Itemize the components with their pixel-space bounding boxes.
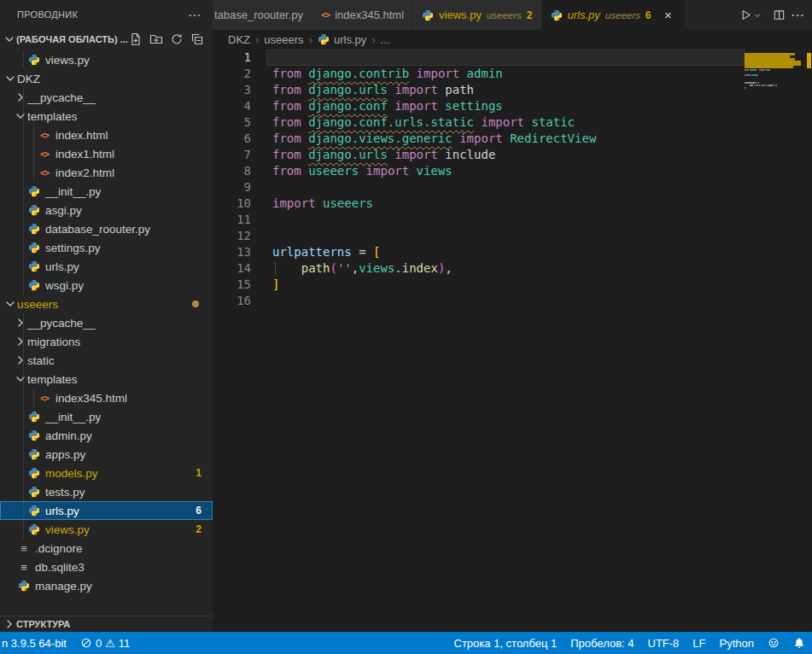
code-line-12[interactable]: 12 — [213, 228, 745, 244]
twistie-collapsed[interactable] — [14, 335, 27, 348]
problems-indicator[interactable]: 0⚠11 — [73, 632, 137, 654]
tree-item-label: index1.html — [55, 148, 114, 161]
tree-file-urls.py[interactable]: urls.py6 — [0, 501, 213, 520]
tree-file-manage.py[interactable]: manage.py — [0, 576, 213, 595]
code-line-15[interactable]: 15] — [213, 277, 745, 293]
indent-guide — [23, 445, 24, 464]
twistie-expanded[interactable] — [3, 297, 17, 311]
collapse-all-button[interactable] — [190, 32, 204, 46]
tree-file-index2.html[interactable]: <>index2.html — [0, 163, 213, 182]
twistie-expanded[interactable] — [3, 72, 17, 85]
code-line-10[interactable]: 10import useeers — [213, 196, 745, 212]
code-line-1[interactable]: 1 — [213, 50, 745, 66]
tree-item-label: views.py — [45, 54, 90, 67]
code-line-11[interactable]: 11 — [213, 212, 745, 228]
tree-file-__init__.py[interactable]: __init__.py — [0, 182, 213, 201]
code-line-8[interactable]: 8from useeers import views — [213, 163, 745, 179]
tree-file-settings.py[interactable]: settings.py — [0, 238, 213, 257]
workspace-section-header[interactable]: (РАБОЧАЯ ОБЛАСТЬ) ... — [0, 29, 213, 49]
outline-section-header[interactable]: СТРУКТУРА — [0, 616, 213, 632]
new-folder-button[interactable] — [149, 32, 163, 46]
code-line-9[interactable]: 9 — [213, 179, 745, 196]
code-line-4[interactable]: 4from django.conf import settings — [213, 98, 745, 114]
code-token: import — [459, 131, 503, 145]
notifications-bell-icon[interactable] — [786, 632, 812, 654]
tree-folder-templates[interactable]: templates — [0, 370, 213, 388]
split-editor-button[interactable] — [770, 4, 788, 26]
tab-views.py[interactable]: views.pyuseeers2 — [413, 0, 541, 30]
code-token: views — [409, 164, 453, 178]
tree-folder-DKZ[interactable]: DKZ — [0, 69, 213, 88]
code-token: import — [366, 164, 410, 178]
breadcrumb-item-urls.py[interactable]: urls.py — [318, 33, 366, 46]
tree-folder-__pycache__[interactable]: __pycache__ — [0, 313, 213, 332]
refresh-button[interactable] — [170, 32, 184, 46]
tree-folder-templates[interactable]: templates — [0, 107, 213, 126]
tree-file-urls.py[interactable]: urls.py — [0, 257, 213, 276]
twistie-collapsed[interactable] — [14, 91, 27, 104]
code-content[interactable]: 12from django.contrib import admin3from … — [213, 49, 745, 632]
code-line-14[interactable]: 14 path('',views.index), — [213, 260, 745, 277]
tab-index345.html[interactable]: <>index345.html — [313, 0, 413, 30]
tree-file-index.html[interactable]: <>index.html — [0, 126, 213, 144]
chevron-down-icon — [3, 72, 17, 85]
language-mode[interactable]: Python — [713, 632, 761, 654]
tree-item-label: apps.py — [45, 448, 85, 461]
breadcrumb-item-DKZ[interactable]: DKZ — [228, 33, 250, 46]
code-line-6[interactable]: 6from django.views.generic import Redire… — [213, 131, 745, 147]
run-python-file-button[interactable] — [737, 4, 752, 26]
code-line-16[interactable]: 16 — [213, 293, 745, 309]
feedback-icon[interactable] — [761, 632, 786, 654]
indentation[interactable]: Пробелов: 4 — [564, 632, 640, 654]
tree-file-tests.py[interactable]: tests.py — [0, 482, 213, 501]
twistie-collapsed[interactable] — [14, 353, 27, 367]
tree-file-views.py[interactable]: views.py — [0, 50, 213, 69]
tree-file-admin.py[interactable]: admin.py — [0, 426, 213, 445]
tree-folder-useeers[interactable]: useeers — [0, 295, 213, 313]
tab-close-icon[interactable]: × — [659, 7, 676, 24]
tree-file-apps.py[interactable]: apps.py — [0, 445, 213, 464]
editor-more-actions-button[interactable]: ⋯ — [788, 4, 807, 26]
tree-file-db.sqlite3[interactable]: ≡db.sqlite3 — [0, 558, 213, 576]
tree-file-__init__.py[interactable]: __init__.py — [0, 407, 213, 426]
tree-file-database_roouter.py[interactable]: database_roouter.py — [0, 219, 213, 238]
code-token: from — [272, 115, 308, 129]
twistie-collapsed[interactable] — [14, 316, 27, 330]
tree-folder-__pycache__[interactable]: __pycache__ — [0, 88, 213, 107]
python-icon — [28, 505, 40, 517]
tree-file-index345.html[interactable]: <>index345.html — [0, 388, 213, 407]
tab-tabase_roouter.py[interactable]: tabase_roouter.py — [213, 0, 313, 30]
encoding[interactable]: UTF-8 — [641, 632, 686, 654]
code-line-5[interactable]: 5from django.conf.urls.static import sta… — [213, 114, 745, 131]
new-file-button[interactable] — [129, 32, 143, 46]
tree-item-label: static — [27, 354, 55, 367]
explorer-more-actions-icon[interactable]: ⋯ — [188, 9, 201, 21]
breadcrumb-item-useeers[interactable]: useeers — [264, 33, 303, 46]
twistie-expanded[interactable] — [14, 109, 27, 123]
tree-file-models.py[interactable]: models.py1 — [0, 464, 213, 482]
eol[interactable]: LF — [686, 632, 712, 654]
code-token: import — [417, 67, 460, 80]
outline-label: СТРУКТУРА — [16, 619, 70, 629]
run-dropdown-chevron-icon[interactable] — [752, 4, 765, 26]
tree-file-.dcignore[interactable]: ≡.dcignore — [0, 539, 213, 558]
breadcrumb-item-...[interactable]: ... — [381, 33, 390, 46]
tree-file-index1.html[interactable]: <>index1.html — [0, 144, 213, 163]
code-token — [359, 164, 365, 178]
code-line-3[interactable]: 3from django.urls import path — [213, 82, 745, 98]
twistie-expanded[interactable] — [14, 372, 27, 386]
code-line-13[interactable]: 13urlpatterns = [ — [213, 244, 745, 260]
tree-item-label: models.py — [45, 467, 98, 480]
tree-folder-static[interactable]: static — [0, 351, 213, 370]
minimap[interactable] — [745, 49, 806, 632]
chevron-right-icon — [14, 353, 27, 367]
python-interpreter[interactable]: n 3.9.5 64-bit — [0, 632, 73, 654]
code-line-7[interactable]: 7from django.urls import include — [213, 147, 745, 163]
tree-file-wsgi.py[interactable]: wsgi.py — [0, 276, 213, 295]
tree-file-views.py[interactable]: views.py2 — [0, 520, 213, 539]
tree-folder-migrations[interactable]: migrations — [0, 332, 213, 351]
cursor-position[interactable]: Строка 1, столбец 1 — [447, 632, 564, 654]
code-line-2[interactable]: 2from django.contrib import admin — [213, 66, 745, 82]
tab-urls.py[interactable]: urls.pyuseeers6× — [542, 0, 686, 30]
tree-file-asgi.py[interactable]: asgi.py — [0, 201, 213, 219]
